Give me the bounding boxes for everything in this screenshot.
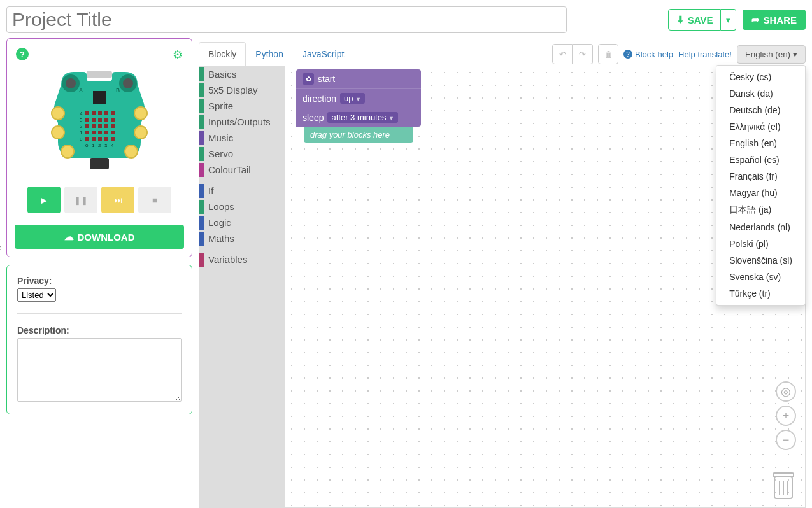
language-button[interactable]: English (en) ▾ [737,45,806,64]
play-button[interactable]: ▶ [27,187,61,213]
toolbox-cat-colourtail[interactable]: ColourTail [199,162,285,178]
block-help-link[interactable]: ? Block help [623,50,673,59]
save-dropdown-button[interactable]: ▾ [721,9,736,31]
svg-text:0: 0 [80,136,83,142]
svg-rect-26 [104,124,108,128]
svg-text:2: 2 [80,123,83,129]
svg-point-10 [134,126,147,139]
lang-item[interactable]: Nederlands (nl) [716,219,805,236]
direction-dropdown[interactable]: up ▼ [340,93,365,104]
toolbox-cat-5x5-display[interactable]: 5x5 Display [199,82,285,98]
share-icon: ➦ [751,14,760,25]
svg-rect-29 [92,131,96,134]
minus-icon: − [783,434,790,447]
svg-rect-25 [98,124,102,128]
lang-item[interactable]: Slovenščina (sl) [716,252,805,269]
toolbox-cat-variables[interactable]: Variables [199,251,285,267]
step-button[interactable]: ⏭ [101,187,134,213]
help-translate-link[interactable]: Help translate! [678,50,732,59]
svg-rect-18 [85,118,89,122]
sleep-dropdown[interactable]: after 3 minutes ▼ [327,112,398,123]
lang-item[interactable]: Türkçe (tr) [716,285,805,302]
cloud-download-icon: ☁ [64,231,74,243]
svg-rect-17 [111,111,115,115]
lang-item[interactable]: Ελληνικά (el) [716,118,805,135]
svg-rect-19 [92,118,96,122]
meta-panel: Privacy: Listed Description: [6,265,192,414]
lang-item[interactable]: Dansk (da) [716,85,805,102]
lang-item[interactable]: Deutsch (de) [716,102,805,118]
description-label: Description: [17,325,182,335]
toolbox-cat-if[interactable]: If [199,183,285,199]
zoom-in-button[interactable]: + [776,406,796,426]
step-forward-icon: ⏭ [114,195,122,205]
svg-rect-30 [98,131,102,134]
canvas-trash-icon[interactable] [771,470,796,501]
block-gear-icon[interactable]: ✿ [303,73,314,85]
device-panel: ? ⚙ A B [6,38,192,257]
svg-text:4: 4 [111,143,114,148]
stop-icon: ■ [152,195,157,205]
svg-text:4: 4 [80,111,83,116]
svg-point-8 [134,107,147,120]
toolbox-cat-music[interactable]: Music [199,130,285,146]
toolbox-cat-logic[interactable]: Logic [199,215,285,230]
toolbox-cat-sprite[interactable]: Sprite [199,98,285,114]
svg-rect-36 [104,137,108,141]
undo-icon: ↶ [559,50,566,59]
svg-rect-16 [104,111,108,115]
toolbox-cat-maths[interactable]: Maths [199,230,285,246]
tab-python[interactable]: Python [246,42,293,66]
lang-item[interactable]: Français (fr) [716,168,805,185]
lang-item[interactable]: Magyar (hu) [716,185,805,201]
target-icon: ◎ [781,385,791,399]
pause-button[interactable]: ❚❚ [64,187,97,213]
language-dropdown: Česky (cs)Dansk (da)Deutsch (de)Ελληνικά… [716,65,806,306]
download-button[interactable]: ☁ DOWNLOAD [15,225,184,249]
device-simulator: A B 43210 01234 [48,66,150,174]
toolbox-cat-inputs-outputs[interactable]: Inputs/Outputs [199,114,285,130]
tab-javascript[interactable]: JavaScript [293,42,353,66]
toolbox-cat-basics[interactable]: Basics [199,66,285,82]
svg-rect-23 [85,124,89,128]
help-icon[interactable]: ? [16,48,29,60]
svg-point-1 [66,78,76,88]
lang-item[interactable]: 日本語 (ja) [716,201,805,219]
share-button[interactable]: ➦ SHARE [743,10,806,30]
svg-text:B: B [116,87,120,94]
undo-button[interactable]: ↶ [552,44,573,64]
lang-item[interactable]: Polski (pl) [716,236,805,252]
download-icon: ⬇ [676,14,685,25]
tab-blockly[interactable]: Blockly [199,42,246,66]
redo-button[interactable]: ↷ [573,44,593,64]
settings-gear-icon[interactable]: ⚙ [173,48,183,62]
svg-rect-35 [98,137,102,141]
stop-button[interactable]: ■ [138,187,171,213]
lang-item[interactable]: Español (es) [716,152,805,168]
lang-item[interactable]: Česky (cs) [716,69,805,85]
privacy-select[interactable]: Listed [17,288,56,302]
svg-point-3 [123,78,133,88]
svg-rect-48 [90,158,109,169]
zoom-out-button[interactable]: − [776,430,796,450]
svg-rect-20 [98,118,102,122]
start-block-stack[interactable]: ✿start direction up ▼ sleep after 3 minu… [296,69,421,143]
lang-item[interactable]: Svenska (sv) [716,269,805,285]
svg-point-7 [52,107,64,120]
svg-rect-28 [85,131,89,134]
toolbox-cat-loops[interactable]: Loops [199,199,285,215]
plus-icon: + [783,409,790,423]
info-icon: ? [623,50,632,59]
save-button[interactable]: ⬇ SAVE [668,9,722,31]
svg-rect-13 [85,111,89,115]
description-textarea[interactable] [17,338,182,402]
svg-rect-32 [111,131,115,134]
toolbox-cat-servo[interactable]: Servo [199,146,285,162]
svg-rect-49 [87,71,112,78]
drag-hint: drag your blocks here [304,127,413,143]
delete-button[interactable]: 🗑 [598,44,618,64]
project-title-input[interactable] [6,6,567,33]
zoom-center-button[interactable]: ◎ [776,381,796,402]
lang-item[interactable]: English (en) [716,135,805,152]
svg-point-12 [125,145,138,158]
